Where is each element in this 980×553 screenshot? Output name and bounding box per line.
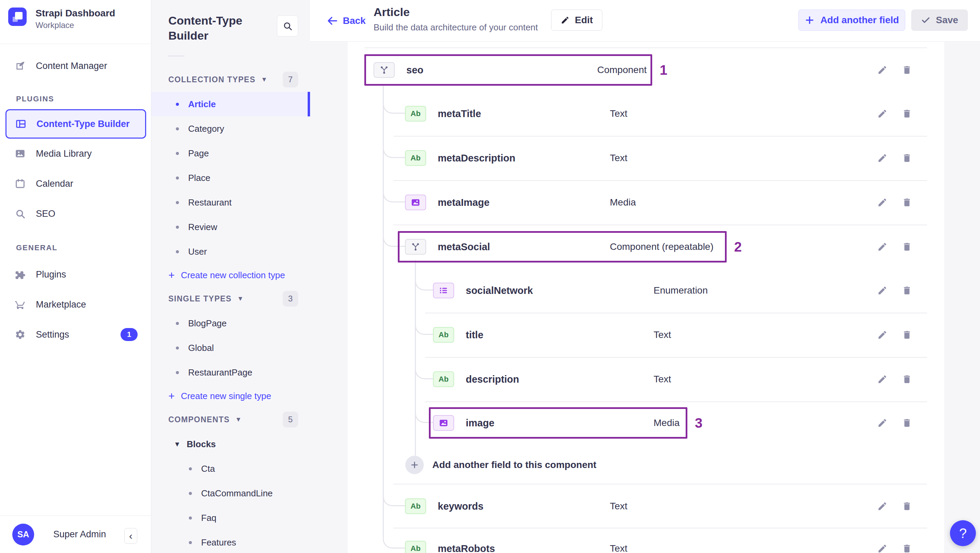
add-another-field-button[interactable]: Add another field bbox=[798, 10, 905, 31]
add-field-to-component-button[interactable] bbox=[405, 456, 424, 474]
chevron-down-icon: ▼ bbox=[261, 76, 267, 83]
edit-field-button[interactable] bbox=[875, 106, 890, 121]
builder-type-item-place[interactable]: ▼ Place bbox=[151, 165, 310, 190]
workspace-name: Workplace bbox=[35, 21, 115, 30]
delete-field-button[interactable] bbox=[899, 106, 915, 121]
divider bbox=[0, 44, 151, 44]
bullet-icon bbox=[189, 467, 192, 470]
cart-icon bbox=[15, 299, 25, 310]
edit-field-button[interactable] bbox=[875, 62, 890, 78]
plus-icon: + bbox=[168, 269, 175, 281]
pencil-icon bbox=[561, 16, 570, 25]
bullet-icon bbox=[176, 103, 179, 106]
workspace-brand[interactable]: Strapi Dashboard Workplace bbox=[8, 8, 115, 30]
builder-type-item-blogpage[interactable]: ▼ BlogPage bbox=[151, 311, 310, 335]
edit-field-button[interactable] bbox=[875, 327, 890, 342]
delete-field-button[interactable] bbox=[899, 239, 915, 254]
chevron-down-icon: ▼ bbox=[237, 295, 243, 302]
bullet-icon bbox=[176, 152, 179, 155]
edit-field-button[interactable] bbox=[875, 541, 890, 553]
builder-type-item-review[interactable]: ▼ Review bbox=[151, 215, 310, 239]
fields-panel bbox=[348, 41, 944, 553]
edit-field-button[interactable] bbox=[875, 499, 890, 514]
bullet-icon bbox=[176, 176, 179, 180]
bullet-icon bbox=[189, 492, 192, 495]
bullet-icon bbox=[176, 127, 179, 130]
bullet-icon bbox=[176, 201, 179, 204]
edit-field-button[interactable] bbox=[875, 372, 890, 387]
builder-type-item-ctacommandline[interactable]: ▼ CtaCommandLine bbox=[151, 481, 310, 505]
plus-icon bbox=[410, 461, 419, 469]
delete-field-button[interactable] bbox=[899, 283, 915, 298]
chevron-down-icon: ▼ bbox=[235, 416, 242, 423]
sidebar-section-general: GENERAL bbox=[16, 243, 58, 252]
pen-icon bbox=[15, 60, 25, 72]
builder-type-item-cta[interactable]: ▼ Cta bbox=[151, 456, 310, 481]
edit-field-button[interactable] bbox=[875, 239, 890, 254]
builder-type-item-blocks[interactable]: ▼ Blocks bbox=[151, 432, 310, 456]
sidebar-item-seo[interactable]: SEO bbox=[0, 199, 151, 229]
page-subtitle: Build the data architecture of your cont… bbox=[374, 22, 538, 33]
builder-type-item-faq[interactable]: ▼ Faq bbox=[151, 505, 310, 530]
main-sidebar: Strapi Dashboard Workplace Content Manag… bbox=[0, 0, 151, 553]
delete-field-button[interactable] bbox=[899, 372, 915, 387]
search-button[interactable] bbox=[277, 15, 298, 37]
save-button[interactable]: Save bbox=[912, 10, 968, 31]
sidebar-item-marketplace[interactable]: Marketplace bbox=[0, 289, 151, 319]
check-icon bbox=[921, 15, 931, 25]
delete-field-button[interactable] bbox=[899, 195, 915, 210]
active-indicator bbox=[308, 92, 310, 116]
sidebar-item-calendar[interactable]: Calendar bbox=[0, 168, 151, 199]
app-title: Strapi Dashboard bbox=[35, 8, 115, 19]
edit-field-button[interactable] bbox=[875, 151, 890, 165]
help-button[interactable]: ? bbox=[950, 520, 976, 546]
notification-badge: 1 bbox=[121, 328, 138, 341]
builder-type-item-features[interactable]: ▼ Features bbox=[151, 530, 310, 553]
strapi-dashboard: Strapi Dashboard Workplace Content Manag… bbox=[0, 0, 980, 553]
calendar-icon bbox=[15, 178, 25, 189]
gear-icon bbox=[15, 329, 25, 340]
builder-type-item-user[interactable]: ▼ User bbox=[151, 239, 310, 264]
builder-section-label: COLLECTION TYPES bbox=[168, 75, 255, 84]
builder-section-header[interactable]: COLLECTION TYPES ▼ 7 bbox=[151, 67, 310, 92]
back-link[interactable]: Back bbox=[326, 0, 366, 41]
sidebar-item-content-manager[interactable]: Content Manager bbox=[0, 51, 151, 81]
builder-type-item-page[interactable]: ▼ Page bbox=[151, 141, 310, 165]
user-row: SA Super Admin ‹ bbox=[0, 515, 151, 553]
delete-field-button[interactable] bbox=[899, 499, 915, 514]
sidebar-item-plugins[interactable]: Plugins bbox=[0, 259, 151, 289]
builder-section-header[interactable]: COMPONENTS ▼ 5 bbox=[151, 407, 310, 432]
create-new-type-link[interactable]: + Create new single type bbox=[151, 385, 310, 407]
collapse-sidebar-button[interactable]: ‹ bbox=[124, 528, 137, 544]
edit-field-button[interactable] bbox=[875, 283, 890, 298]
edit-field-button[interactable] bbox=[875, 415, 890, 431]
delete-field-button[interactable] bbox=[899, 415, 915, 431]
edit-field-button[interactable] bbox=[875, 195, 890, 210]
builder-type-item-article[interactable]: ▼ Article bbox=[151, 92, 310, 116]
sidebar-item-content-type-builder[interactable]: Content-Type Builder bbox=[5, 109, 146, 138]
builder-type-item-restaurantpage[interactable]: ▼ RestaurantPage bbox=[151, 360, 310, 385]
search-icon bbox=[15, 208, 25, 219]
bullet-icon bbox=[176, 346, 179, 350]
create-new-type-link[interactable]: + Create new collection type bbox=[151, 264, 310, 286]
avatar[interactable]: SA bbox=[12, 524, 34, 545]
builder-type-item-category[interactable]: ▼ Category bbox=[151, 116, 310, 141]
puzzle-icon bbox=[15, 269, 25, 280]
delete-field-button[interactable] bbox=[899, 541, 915, 553]
delete-field-button[interactable] bbox=[899, 62, 915, 78]
picture-icon bbox=[15, 148, 25, 159]
delete-field-button[interactable] bbox=[899, 151, 915, 165]
builder-section-label: SINGLE TYPES bbox=[168, 294, 232, 304]
builder-section-count-badge: 7 bbox=[283, 72, 298, 87]
sidebar-item-settings[interactable]: Settings 1 bbox=[0, 319, 151, 350]
bullet-icon bbox=[176, 226, 179, 229]
builder-type-item-global[interactable]: ▼ Global bbox=[151, 335, 310, 360]
builder-type-item-restaurant[interactable]: ▼ Restaurant bbox=[151, 190, 310, 215]
user-name: Super Admin bbox=[53, 529, 106, 540]
bullet-icon bbox=[189, 541, 192, 544]
chevron-down-icon: ▼ bbox=[174, 440, 181, 448]
builder-section-header[interactable]: SINGLE TYPES ▼ 3 bbox=[151, 286, 310, 311]
sidebar-item-media-library[interactable]: Media Library bbox=[0, 138, 151, 168]
delete-field-button[interactable] bbox=[899, 327, 915, 342]
edit-button[interactable]: Edit bbox=[551, 10, 602, 31]
